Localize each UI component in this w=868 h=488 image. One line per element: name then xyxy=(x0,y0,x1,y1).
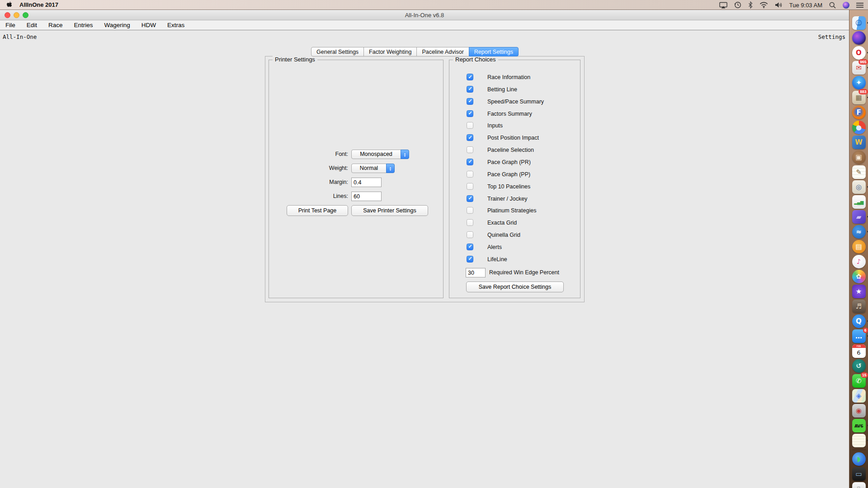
menu-file[interactable]: File xyxy=(5,22,15,28)
dock-siri-icon[interactable] xyxy=(852,31,866,45)
dock-openoffice-icon[interactable]: ≈ xyxy=(852,225,866,239)
checkbox-alerts[interactable] xyxy=(467,244,473,250)
siri-icon xyxy=(852,31,866,45)
dock-preview-icon[interactable]: ◎ xyxy=(852,180,866,194)
lines-input[interactable] xyxy=(351,192,382,201)
dock-disk-utility-icon[interactable]: ◉ xyxy=(852,404,866,418)
font-popup[interactable]: Monospaced ▴▾ xyxy=(351,150,409,159)
menu-entries[interactable]: Entries xyxy=(74,22,93,28)
wifi-icon[interactable] xyxy=(760,2,768,8)
toolbar-app-label: All-In-One xyxy=(3,33,37,40)
ibooks-icon: ▤ xyxy=(852,240,866,253)
save-report-choice-settings-button[interactable]: Save Report Choice Settings xyxy=(466,282,564,292)
dock-stuffit-icon[interactable]: ▣ xyxy=(852,150,866,164)
dock-trash-icon[interactable]: ▯ xyxy=(852,482,866,488)
menu-wagering[interactable]: Wagering xyxy=(104,22,130,28)
menu-hdw[interactable]: HDW xyxy=(142,22,156,28)
checkbox-race-information[interactable] xyxy=(467,74,473,80)
print-test-page-button[interactable]: Print Test Page xyxy=(287,205,348,216)
time-machine-icon[interactable] xyxy=(734,1,741,9)
checkbox-lifeline[interactable] xyxy=(467,256,473,263)
checkbox-factors-summary[interactable] xyxy=(467,110,473,117)
dock-itunes-icon[interactable]: ♪ xyxy=(852,255,866,268)
menu-race[interactable]: Race xyxy=(48,22,63,28)
dock-notes-icon[interactable] xyxy=(852,434,866,447)
minimize-button[interactable] xyxy=(14,12,19,18)
dock-safari-icon[interactable]: ✦ xyxy=(852,76,866,89)
dock-glyph: ▯ xyxy=(857,485,860,488)
tab-factor-weighting[interactable]: Factor Weighting xyxy=(363,47,417,56)
dock-chrome-icon[interactable]: ● xyxy=(852,121,866,134)
apple-menu-icon[interactable] xyxy=(6,1,12,8)
checkbox-trainer-jockey[interactable] xyxy=(467,195,473,202)
airplay-icon[interactable] xyxy=(719,2,727,9)
dock-time-machine-icon[interactable]: ↺ xyxy=(852,359,866,373)
menu-extras[interactable]: Extras xyxy=(167,22,184,28)
notification-center-icon[interactable] xyxy=(856,2,863,8)
toolbar-mode-label: Settings xyxy=(818,33,845,40)
dock-calendar-icon[interactable]: FEB6 xyxy=(852,344,866,358)
checkbox-post-position-impact[interactable] xyxy=(467,134,473,141)
zoom-button[interactable] xyxy=(23,12,28,18)
dock-photos-icon[interactable]: ✿ xyxy=(852,270,866,283)
report-choices-group: Report Choices Race InformationBetting L… xyxy=(449,60,580,298)
dock-video-player-icon[interactable]: ▭ xyxy=(852,467,866,481)
dock-quicktime-icon[interactable]: Q xyxy=(852,314,866,328)
dock-glyph: ▤ xyxy=(855,243,862,251)
dock-maps-icon[interactable]: ◈ xyxy=(852,389,866,403)
checkbox-platinum-strategies[interactable] xyxy=(467,207,473,214)
checkbox-paceline-selection[interactable] xyxy=(467,146,473,153)
checkbox-pace-graph-pp[interactable] xyxy=(467,171,473,178)
checkbox-speed-pace-summary[interactable] xyxy=(467,98,473,105)
dock-glyph: ● xyxy=(856,123,862,131)
bluetooth-icon[interactable] xyxy=(748,1,753,9)
active-app-name[interactable]: AllInOne 2017 xyxy=(19,1,58,8)
dock-glyph: ≈ xyxy=(856,228,862,236)
checkbox-pace-graph-pr[interactable] xyxy=(467,159,473,165)
tab-paceline-advisor[interactable]: Paceline Advisor xyxy=(416,47,469,56)
dock-numbers-chart-icon[interactable]: ▂▄▆ xyxy=(852,195,866,209)
save-printer-settings-button[interactable]: Save Printer Settings xyxy=(351,205,428,216)
report-choice-row: Betting Line xyxy=(449,86,580,93)
checkbox-label: Race Information xyxy=(487,74,530,80)
siri-icon[interactable] xyxy=(843,2,849,9)
dock-av6-allinone-icon[interactable]: AV6 xyxy=(852,419,866,432)
dock-filemaker-icon[interactable]: ▰ xyxy=(852,210,866,224)
checkbox-top-10-pacelines[interactable] xyxy=(467,183,473,190)
dock-mail-icon[interactable]: ✉965 xyxy=(852,61,866,75)
report-choice-row: Trainer / Jockey xyxy=(449,195,580,202)
window-titlebar[interactable]: All-In-One v6.8 xyxy=(0,10,849,20)
dock-earth-browser-icon[interactable]: ◗ xyxy=(852,452,866,466)
checkbox-label: Pace Graph (PP) xyxy=(487,171,530,178)
dock-finder-icon[interactable]: ☺ xyxy=(852,16,866,30)
menubar-clock[interactable]: Tue 9:03 AM xyxy=(789,2,822,9)
dock-imovie-icon[interactable]: ★ xyxy=(852,285,866,298)
report-choice-row: Platinum Strategies xyxy=(449,207,580,214)
tab-report-settings[interactable]: Report Settings xyxy=(469,47,519,56)
dock-iphoto-icon[interactable]: ▦883 xyxy=(852,91,866,104)
dock-opera-icon[interactable]: O xyxy=(852,46,866,60)
menu-edit[interactable]: Edit xyxy=(27,22,37,28)
dock-messages-icon[interactable]: …6 xyxy=(852,329,866,343)
tab-general-settings[interactable]: General Settings xyxy=(311,47,364,56)
dock-garageband-icon[interactable]: ♬ xyxy=(852,300,866,313)
spotlight-search-icon[interactable] xyxy=(829,2,836,9)
dock-firefox-icon[interactable]: F xyxy=(852,106,866,119)
margin-input[interactable] xyxy=(351,178,382,187)
volume-icon[interactable] xyxy=(775,2,783,8)
checkbox-inputs[interactable] xyxy=(467,122,473,129)
checkbox-quinella-grid[interactable] xyxy=(467,231,473,238)
checkbox-label: Speed/Pace Summary xyxy=(487,99,544,105)
checkbox-exacta-grid[interactable] xyxy=(467,219,473,226)
checkbox-betting-line[interactable] xyxy=(467,86,473,93)
dock-textedit-icon[interactable]: ✎ xyxy=(852,165,866,179)
checkbox-label: Platinum Strategies xyxy=(487,207,536,214)
dock-appleworks-icon[interactable]: W xyxy=(852,136,866,149)
close-button[interactable] xyxy=(5,12,10,18)
win-edge-input[interactable] xyxy=(466,268,486,277)
dock-facetime-icon[interactable]: ✆15 xyxy=(852,374,866,388)
filemaker-icon: ▰ xyxy=(852,210,866,224)
dock-glyph: ▦ xyxy=(855,94,862,102)
dock-ibooks-icon[interactable]: ▤ xyxy=(852,240,866,253)
weight-popup[interactable]: Normal ▴▾ xyxy=(351,164,395,173)
